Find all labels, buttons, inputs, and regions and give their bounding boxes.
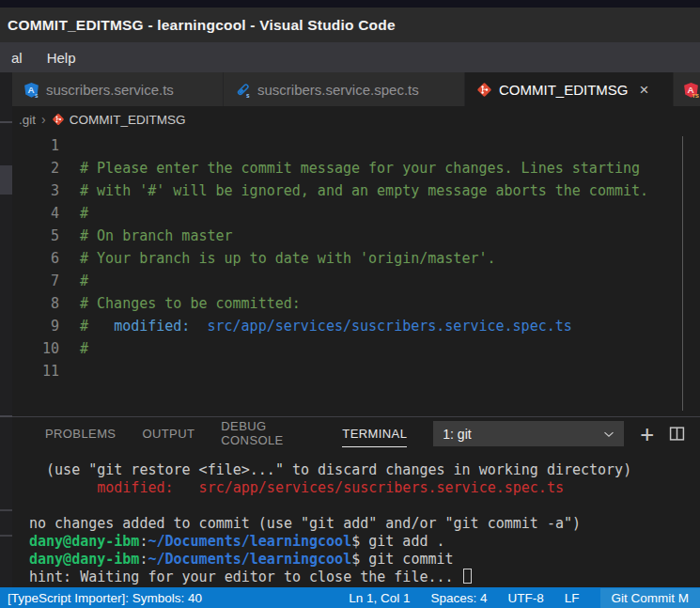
panel-header: PROBLEMSOUTPUTDEBUG CONSOLETERMINAL 1: g… <box>12 417 700 450</box>
line-number: 7 <box>12 270 59 292</box>
terminal-line: modified: src/app/services/suscribers.se… <box>29 479 700 497</box>
panel-tab-output[interactable]: OUTPUT <box>142 421 194 447</box>
editor-line-5: 5# On branch master <box>12 225 700 247</box>
line-number: 8 <box>12 292 59 315</box>
line-content <box>59 134 80 157</box>
editor-line-3: 3# with '#' will be ignored, and an empt… <box>12 179 700 202</box>
tab-partial[interactable]: ATS <box>674 72 700 106</box>
main-area: Assuscribers.service.tsssuscribers.servi… <box>0 72 700 587</box>
tab-label: suscribers.service.spec.ts <box>257 82 419 98</box>
editor-line-1: 1 <box>12 134 700 157</box>
terminal-line: dany@dany-ibm:~/Documents/learningcool$ … <box>29 551 700 569</box>
editor-line-9: 9# modified: src/app/services/suscribers… <box>12 315 700 337</box>
sidebar-fragment <box>0 535 12 537</box>
tab-suscribers.service.ts[interactable]: Assuscribers.service.ts <box>12 72 224 106</box>
terminal-line: no changes added to commit (use "git add… <box>29 515 700 533</box>
line-number: 10 <box>12 337 59 360</box>
panel-tab-terminal[interactable]: TERMINAL <box>342 421 407 447</box>
line-content: # with '#' will be ignored, and an empty… <box>59 179 648 202</box>
status-item-ln-1-col-1[interactable]: Ln 1, Col 1 <box>349 591 410 605</box>
terminal-line: (use "git restore <file>..." to discard … <box>29 461 700 479</box>
editor-line-6: 6# Your branch is up to date with 'origi… <box>12 247 700 270</box>
line-number: 2 <box>12 157 59 179</box>
line-content: # On branch master <box>59 225 233 247</box>
git-icon <box>476 82 492 98</box>
sidebar-fragment <box>0 415 12 417</box>
sidebar-fragment <box>0 165 12 195</box>
editor-line-4: 4# <box>12 202 700 225</box>
breadcrumb-file[interactable]: COMMIT_EDITMSG <box>70 113 186 127</box>
split-terminal-button[interactable] <box>669 426 685 442</box>
tab-suscribers.service.spec.ts[interactable]: ssuscribers.service.spec.ts <box>224 72 465 106</box>
svg-text:A: A <box>28 85 35 95</box>
menu-item-al[interactable]: al <box>2 46 32 70</box>
editor-line-11: 11 <box>12 360 700 382</box>
line-content: # Your branch is up to date with 'origin… <box>59 247 496 270</box>
status-item-utf-8[interactable]: UTF-8 <box>507 591 543 605</box>
status-item-git-commit-m[interactable]: Git Commit M <box>600 588 700 608</box>
line-content: # Please enter the commit message for yo… <box>59 157 640 179</box>
line-number: 6 <box>12 247 59 270</box>
terminal-session-value: 1: git <box>443 427 602 442</box>
menu-item-help[interactable]: Help <box>38 46 86 70</box>
line-number: 11 <box>12 360 59 382</box>
test-tube-icon: s <box>235 82 251 98</box>
title-bar: COMMIT_EDITMSG - learningcool - Visual S… <box>0 8 700 42</box>
line-content: # <box>59 202 88 225</box>
breadcrumb-folder[interactable]: .git <box>19 113 36 127</box>
line-content: # modified: src/app/services/suscribers.… <box>59 315 572 337</box>
split-terminal-icon <box>669 426 685 442</box>
panel-tab-debug-console[interactable]: DEBUG CONSOLE <box>221 413 316 454</box>
status-item-lf[interactable]: LF <box>565 591 580 605</box>
line-number: 3 <box>12 179 59 202</box>
svg-text:s: s <box>246 91 250 97</box>
svg-text:s: s <box>35 91 39 97</box>
vscode-window: COMMIT_EDITMSG - learningcool - Visual S… <box>0 0 700 608</box>
panel-tab-problems[interactable]: PROBLEMS <box>45 421 116 447</box>
svg-text:TS: TS <box>692 92 698 97</box>
menu-bar: alHelp <box>0 42 700 72</box>
desktop-top-strip <box>0 0 700 8</box>
editor-line-8: 8# Changes to be committed: <box>12 292 700 315</box>
terminal-cursor <box>463 569 472 584</box>
editor-line-2: 2# Please enter the commit message for y… <box>12 157 700 179</box>
line-content: # <box>59 337 88 360</box>
status-item-spaces-4[interactable]: Spaces: 4 <box>430 591 487 605</box>
git-file-icon <box>52 113 65 126</box>
tab-commit_editmsg[interactable]: COMMIT_EDITMSG× <box>465 72 674 106</box>
line-number: 5 <box>12 225 59 247</box>
new-terminal-button[interactable]: + <box>641 425 654 444</box>
terminal-line: hint: Waiting for your editor to close t… <box>29 569 700 586</box>
chevron-down-icon <box>603 429 614 440</box>
breadcrumb-separator-icon: › <box>41 112 46 127</box>
close-icon[interactable]: × <box>640 82 649 98</box>
line-number: 1 <box>12 134 59 157</box>
line-content: # <box>59 270 88 292</box>
editor-group: Assuscribers.service.tsssuscribers.servi… <box>12 72 700 587</box>
status-typescript-importer[interactable]: [TypeScript Importer]: Symbols: 40 <box>0 591 349 605</box>
editor-line-7: 7# <box>12 270 700 292</box>
tab-bar: Assuscribers.service.tsssuscribers.servi… <box>12 72 700 106</box>
tab-label: COMMIT_EDITMSG <box>499 82 629 98</box>
line-content: # Changes to be committed: <box>59 292 301 315</box>
line-number: 4 <box>12 202 59 225</box>
angular-service-icon: As <box>23 82 39 98</box>
breadcrumb: .git › COMMIT_EDITMSG <box>12 106 700 133</box>
terminal-line: dany@dany-ibm:~/Documents/learningcool$ … <box>29 533 700 551</box>
terminal-session-dropdown[interactable]: 1: git <box>433 421 623 446</box>
line-number: 9 <box>12 315 59 337</box>
bottom-panel: PROBLEMSOUTPUTDEBUG CONSOLETERMINAL 1: g… <box>12 416 700 587</box>
angular-red-icon: ATS <box>683 82 699 98</box>
sidebar-sliver <box>0 72 12 587</box>
line-content <box>59 360 80 382</box>
terminal-output[interactable]: (use "git restore <file>..." to discard … <box>12 450 700 587</box>
window-title: COMMIT_EDITMSG - learningcool - Visual S… <box>8 17 396 34</box>
tab-label: suscribers.service.ts <box>46 82 174 98</box>
sidebar-fragment <box>0 121 12 123</box>
terminal-line <box>29 497 700 515</box>
editor-line-10: 10# <box>12 337 700 360</box>
sidebar-fragment <box>0 509 12 511</box>
code-editor[interactable]: 12# Please enter the commit message for … <box>12 133 700 416</box>
editor-ruler-line <box>682 136 683 411</box>
status-bar: [TypeScript Importer]: Symbols: 40 Ln 1,… <box>0 587 700 608</box>
